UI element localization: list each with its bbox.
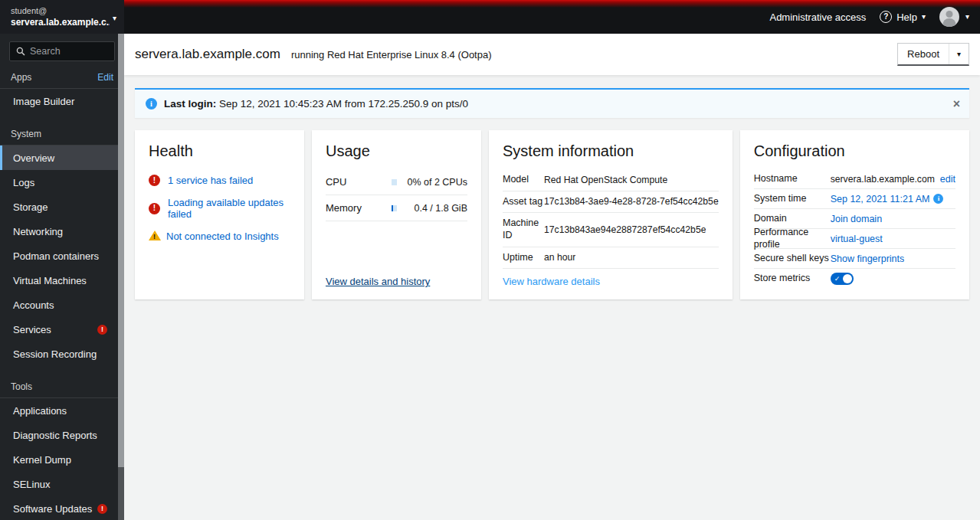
info-icon [146,98,157,110]
apps-edit-link[interactable]: Edit [97,72,113,83]
sidebar-item-logs[interactable]: Logs [0,170,124,195]
page-header: servera.lab.example.com running Red Hat … [124,34,980,75]
model-label: Model [503,174,544,186]
sidebar-item-label: Kernel Dump [13,454,71,466]
sidebar-item-accounts[interactable]: Accounts [0,293,124,317]
usage-card-title: Usage [326,142,467,160]
sidebar-scrollbar-track[interactable] [118,34,124,520]
cpu-usage-value: 0% of 2 CPUs [397,177,467,188]
user-menu[interactable]: ▾ [939,7,969,27]
nav-group-label-system: System [11,129,41,139]
time-info-icon[interactable] [933,194,943,204]
view-details-history-link[interactable]: View details and history [326,276,467,287]
sidebar-item-image-builder[interactable]: Image Builder [0,89,124,113]
sidebar-item-label: Services [13,324,51,335]
memory-label: Memory [326,202,392,214]
search-box[interactable] [9,41,115,61]
error-icon [149,175,160,186]
sidebar-scrollbar-thumb[interactable] [118,34,124,467]
page-title-hostname: servera.lab.example.com [135,47,280,62]
error-icon [149,203,160,214]
last-login-text: Last login: Sep 12, 2021 10:45:23 AM fro… [164,98,468,110]
sidebar-item-storage[interactable]: Storage [0,195,124,219]
secure-shell-keys-row: Secure shell keys Show fingerprints [754,249,955,269]
host-name: servera.lab.example.c... [11,16,110,28]
hostname-label: Hostname [754,173,831,185]
hostname-edit-link[interactable]: edit [940,174,955,185]
cockpit-app: student@ servera.lab.example.c... ▾ Apps… [0,0,980,520]
store-metrics-label: Store metrics [754,273,831,285]
performance-profile-link[interactable]: virtual-guest [831,234,883,244]
sidebar-item-virtual-machines[interactable]: Virtual Machines [0,268,124,293]
sidebar-item-selinux[interactable]: SELinux [0,472,124,496]
logged-in-user: student@ [11,5,110,16]
health-card: Health 1 service has failed Loading avai… [135,130,304,299]
help-menu[interactable]: Help ▾ [880,11,926,23]
uptime-label: Uptime [503,252,544,264]
machine-id-row: Machine ID 17c13b843ae94e2887287ef54cc42… [503,213,719,247]
join-domain-link[interactable]: Join domain [831,214,882,224]
machine-id-label: Machine ID [503,217,544,241]
sidebar-item-podman-containers[interactable]: Podman containers [0,244,124,268]
system-time-link[interactable]: Sep 12, 2021 11:21 AM [831,194,930,204]
asset-tag-label: Asset tag [503,196,544,208]
uptime-value: an hour [544,252,575,263]
cpu-progress-bar [392,179,397,185]
store-metrics-toggle[interactable] [831,273,854,285]
configuration-card-title: Configuration [754,142,955,160]
sidebar-item-overview[interactable]: Overview [0,146,124,170]
sidebar-item-label: SELinux [13,479,50,490]
secure-shell-keys-label: Secure shell keys [754,253,831,265]
sidebar-item-label: Podman containers [13,250,99,262]
nav-group-label-tools: Tools [11,381,32,392]
store-metrics-row: Store metrics [754,269,955,289]
last-login-label: Last login: [164,98,216,110]
sidebar-nav: Apps Edit Image Builder System Overview … [0,67,124,520]
hostname-row: Hostname servera.lab.example.comedit [754,169,955,189]
view-hardware-details-link[interactable]: View hardware details [503,276,719,287]
model-value: Red Hat OpenStack Compute [544,175,667,185]
reboot-dropdown-toggle[interactable]: ▾ [949,44,969,64]
health-item-insights: Not connected to Insights [149,225,290,247]
sidebar-item-kernel-dump[interactable]: Kernel Dump [0,447,124,472]
sidebar-item-applications[interactable]: Applications [0,398,124,423]
os-release-text: running Red Hat Enterprise Linux 8.4 (Oo… [291,49,492,61]
sidebar-item-software-updates[interactable]: Software Updates [0,496,124,520]
show-fingerprints-link[interactable]: Show fingerprints [831,253,905,264]
system-time-label: System time [754,193,831,205]
nav-group-label-apps: Apps [11,72,31,83]
performance-profile-label: Performance profile [754,227,831,250]
close-icon[interactable]: × [953,98,960,110]
help-icon [880,11,892,23]
asset-tag-value: 17c13b84-3ae9-4e28-8728-7ef54cc42b5e [544,196,719,207]
uptime-row: Uptime an hour [503,247,719,270]
updates-failed-link[interactable]: Loading available updates failed [168,197,290,220]
sidebar-item-networking[interactable]: Networking [0,219,124,244]
nav-group-system: System [0,124,124,146]
help-label: Help [896,11,917,23]
health-item-updates-failed: Loading available updates failed [149,191,290,225]
sidebar-item-label: Image Builder [13,96,74,107]
asset-tag-row: Asset tag 17c13b84-3ae9-4e28-8728-7ef54c… [503,191,719,214]
insights-link[interactable]: Not connected to Insights [166,231,279,242]
nav-group-apps: Apps Edit [0,67,124,89]
overview-content: Last login: Sep 12, 2021 10:45:23 AM fro… [124,75,980,312]
host-switcher[interactable]: student@ servera.lab.example.c... ▾ [0,0,124,34]
sidebar-item-diagnostic-reports[interactable]: Diagnostic Reports [0,423,124,447]
last-login-alert: Last login: Sep 12, 2021 10:45:23 AM fro… [135,88,969,118]
service-failed-link[interactable]: 1 service has failed [168,175,253,186]
sidebar-item-session-recording[interactable]: Session Recording [0,342,124,366]
sidebar-item-services[interactable]: Services [0,317,124,342]
search-input[interactable] [30,46,108,57]
reboot-button[interactable]: Reboot [898,44,949,64]
health-card-title: Health [149,142,290,160]
configuration-card: Configuration Hostname servera.lab.examp… [740,130,969,299]
administrative-access-button[interactable]: Administrative access [769,11,866,23]
chevron-down-icon: ▾ [922,13,926,21]
model-row: Model Red Hat OpenStack Compute [503,169,719,191]
sidebar-search [0,34,124,67]
health-item-service-failed: 1 service has failed [149,169,290,191]
memory-usage-row: Memory 0.4 / 1.8 GiB [326,195,467,221]
memory-progress-fill [392,205,393,211]
last-login-message: Sep 12, 2021 10:45:23 AM from 172.25.250… [216,98,468,110]
